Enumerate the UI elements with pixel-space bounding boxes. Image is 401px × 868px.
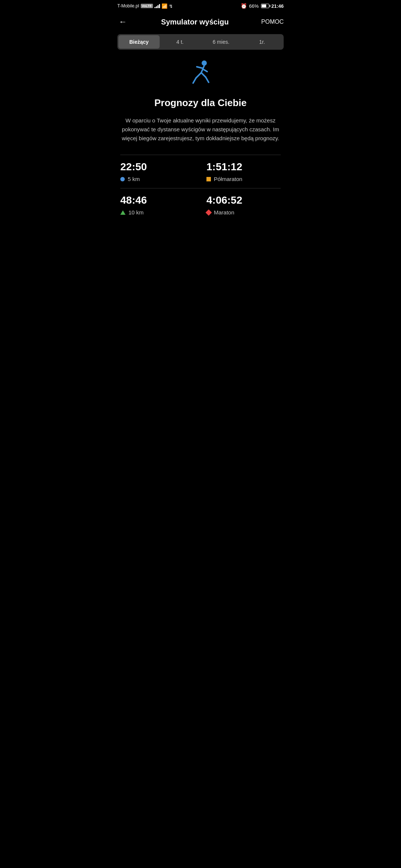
time-5km: 22:50 <box>120 161 195 173</box>
main-title: Prognozy dla Ciebie <box>154 97 247 109</box>
label-10km: 10 km <box>120 209 195 216</box>
tab-biezacy[interactable]: Bieżący <box>118 35 160 49</box>
prediction-halfmarathon: 1:51:12 Półmaraton <box>200 155 281 188</box>
tab-6mies[interactable]: 6 mies. <box>200 35 242 49</box>
wifi-icon: 📶 <box>162 3 167 9</box>
svg-line-7 <box>206 77 209 82</box>
time-display: 21:46 <box>271 3 284 9</box>
help-button[interactable]: POMOC <box>261 19 284 25</box>
prediction-10km: 48:46 10 km <box>120 188 200 221</box>
header: ← Symulator wyścigu POMOC <box>111 11 290 34</box>
back-button[interactable]: ← <box>117 16 128 28</box>
circle-icon-5km <box>120 177 125 181</box>
main-content: Prognozy dla Ciebie W oparciu o Twoje ak… <box>111 59 290 221</box>
time-halfmarathon: 1:51:12 <box>206 161 281 173</box>
svg-line-6 <box>201 73 206 77</box>
label-marathon: Maraton <box>206 209 281 216</box>
volte-badge: VoLTE <box>141 4 153 8</box>
description-text: W oparciu o Twoje aktualne wyniki przewi… <box>120 116 281 143</box>
svg-line-5 <box>193 78 196 83</box>
svg-line-4 <box>196 73 201 78</box>
triangle-icon-10km <box>120 210 125 215</box>
carrier-name: T-Mobile.pl <box>117 3 139 9</box>
page-title: Symulator wyścigu <box>128 18 261 26</box>
status-right: ⏰ 66% 21:46 <box>241 3 284 9</box>
square-icon-halfmarathon <box>206 177 211 181</box>
prediction-marathon: 4:06:52 Maraton <box>200 188 281 221</box>
tab-bar: Bieżący 4 t. 6 mies. 1r. <box>117 34 284 50</box>
carrier-info: T-Mobile.pl VoLTE 📶 ↯ <box>117 3 173 9</box>
tab-1r[interactable]: 1r. <box>242 35 283 49</box>
battery-percent: 66% <box>249 3 259 9</box>
svg-line-3 <box>203 69 207 72</box>
label-halfmarathon: Półmaraton <box>206 176 281 182</box>
time-10km: 48:46 <box>120 194 195 206</box>
distance-5km: 5 km <box>128 176 140 182</box>
distance-10km: 10 km <box>128 209 144 216</box>
tab-4t[interactable]: 4 t. <box>160 35 201 49</box>
battery-icon <box>261 4 269 8</box>
svg-line-2 <box>197 67 203 68</box>
prediction-5km: 22:50 5 km <box>120 155 200 188</box>
extra-icon: ↯ <box>169 3 173 9</box>
svg-point-0 <box>202 60 207 66</box>
alarm-icon: ⏰ <box>241 3 247 9</box>
distance-halfmarathon: Półmaraton <box>214 176 242 182</box>
label-5km: 5 km <box>120 176 195 182</box>
diamond-icon-marathon <box>206 209 212 216</box>
distance-marathon: Maraton <box>214 209 234 216</box>
time-marathon: 4:06:52 <box>206 194 281 206</box>
signal-icon <box>154 4 160 8</box>
status-bar: T-Mobile.pl VoLTE 📶 ↯ ⏰ 66% 21:46 <box>111 0 290 11</box>
runner-icon <box>186 59 215 90</box>
predictions-grid: 22:50 5 km 1:51:12 Półmaraton 48:46 10 k… <box>120 155 281 221</box>
